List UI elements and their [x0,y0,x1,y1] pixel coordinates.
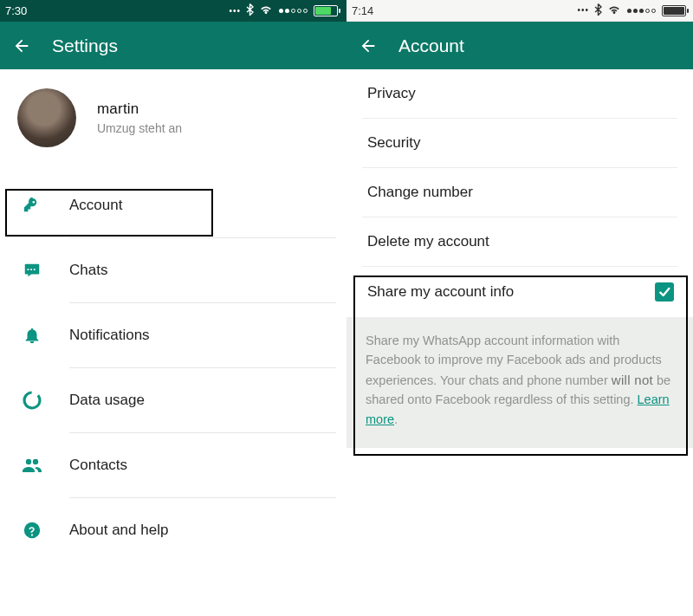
svg-point-1 [26,459,31,464]
page-title: Account [398,36,464,56]
menu-item-about[interactable]: About and help [0,498,346,562]
status-bar: 7:14 ••• [346,0,693,22]
bell-icon [21,326,43,345]
menu-item-chats[interactable]: Chats [0,238,346,302]
status-time: 7:30 [5,4,27,17]
network-dots-icon: ••• [577,6,589,15]
settings-pane: 7:30 ••• Settings [0,0,346,616]
highlight-box-account [5,189,213,237]
profile-block[interactable]: martin Umzug steht an [0,69,346,173]
wifi-icon [259,4,273,17]
profile-name: martin [97,101,182,118]
app-header: Account [346,22,693,69]
menu-label: Data usage [69,392,145,409]
highlight-box-share [353,276,688,456]
menu-item-notifications[interactable]: Notifications [0,303,346,367]
back-arrow-icon[interactable] [12,36,31,55]
chat-icon [21,261,43,280]
signal-icon [626,9,657,13]
menu-label: Contacts [69,457,127,474]
profile-status: Umzug steht an [97,121,182,135]
svg-point-3 [24,522,40,538]
battery-icon [662,5,686,16]
svg-point-2 [33,459,38,464]
status-icons: ••• [229,3,338,18]
contacts-icon [21,456,43,475]
menu-item-security[interactable]: Security [346,119,693,167]
bluetooth-icon [594,3,602,18]
network-dots-icon: ••• [229,7,241,16]
status-bar: 7:30 ••• [0,0,346,22]
battery-icon [314,5,338,16]
back-arrow-icon[interactable] [359,36,378,55]
menu-item-delete-account[interactable]: Delete my account [346,217,693,266]
menu-item-contacts[interactable]: Contacts [0,433,346,497]
wifi-icon [607,4,621,17]
page-title: Settings [52,36,118,56]
help-icon [21,521,43,540]
signal-icon [278,9,308,13]
avatar [17,88,76,147]
menu-label: Notifications [69,327,150,344]
data-usage-icon [21,390,43,411]
menu-item-data-usage[interactable]: Data usage [0,368,346,432]
menu-label: About and help [69,522,168,539]
app-header: Settings [0,22,346,69]
bluetooth-icon [246,3,254,18]
menu-item-privacy[interactable]: Privacy [346,69,693,118]
menu-item-change-number[interactable]: Change number [346,168,693,217]
status-time: 7:14 [352,4,373,17]
status-icons: ••• [577,3,686,18]
menu-label: Chats [69,262,107,279]
svg-point-0 [22,390,42,411]
account-pane: 7:14 ••• Account [346,0,693,616]
